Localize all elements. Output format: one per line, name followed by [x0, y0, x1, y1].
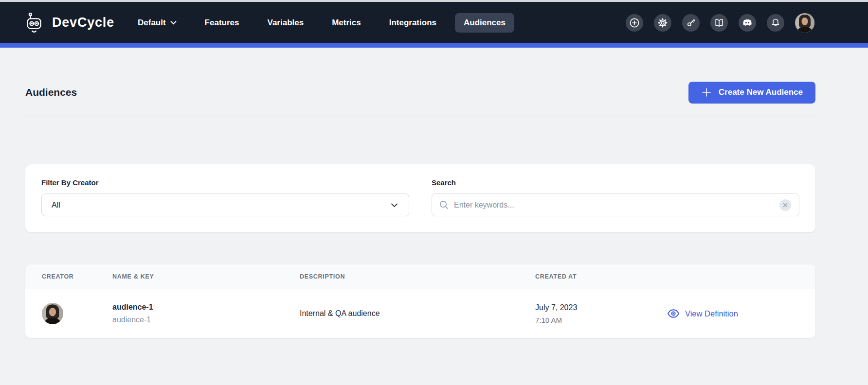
creator-filter-select[interactable]: All — [41, 193, 409, 216]
creator-avatar — [42, 303, 63, 324]
api-keys-button[interactable] — [682, 14, 700, 32]
created-at-cell: July 7, 2023 7:10 AM — [535, 303, 667, 324]
eye-icon — [667, 309, 680, 318]
create-new-audience-label: Create New Audience — [719, 88, 803, 97]
audiences-table: Creator Name & Key Description Created A… — [25, 264, 815, 338]
project-selector-dropdown[interactable]: Default — [138, 18, 177, 28]
create-new-audience-button[interactable]: Create New Audience — [688, 82, 815, 104]
page-header: Audiences Create New Audience — [25, 70, 815, 115]
create-new-button[interactable] — [626, 14, 643, 32]
view-definition-link[interactable]: View Definition — [667, 309, 815, 318]
audiences-page: Audiences Create New Audience Filter By … — [0, 70, 868, 338]
creator-filter-label: Filter By Creator — [41, 178, 409, 187]
creator-filter-field: Filter By Creator All — [41, 178, 409, 216]
book-icon — [714, 18, 724, 28]
nav-item-variables[interactable]: Variables — [267, 18, 304, 28]
column-header-description: Description — [300, 273, 535, 280]
filters-card: Filter By Creator All Search — [25, 164, 815, 232]
bell-icon — [770, 18, 781, 28]
description-cell: Internal & QA audience — [300, 309, 535, 318]
chevron-down-icon — [391, 203, 398, 208]
docs-button[interactable] — [710, 14, 728, 32]
view-definition-label: View Definition — [685, 309, 738, 318]
discord-icon — [742, 18, 753, 28]
nav-item-metrics[interactable]: Metrics — [332, 18, 361, 28]
brand-name: DevCycle — [52, 15, 114, 30]
table-row: audience-1 audience-1 Internal & QA audi… — [25, 289, 815, 338]
user-avatar[interactable] — [795, 13, 814, 33]
page-title: Audiences — [25, 87, 77, 98]
column-header-created-at: Created At — [535, 273, 667, 280]
nav-item-audiences-active[interactable]: Audiences — [455, 13, 514, 33]
chevron-down-icon — [170, 20, 177, 25]
primary-nav: Default Features Variables Metrics Integ… — [138, 13, 514, 33]
search-icon — [439, 200, 449, 210]
notifications-button[interactable] — [767, 14, 784, 32]
search-label: Search — [432, 178, 799, 187]
navbar-actions — [626, 13, 814, 33]
settings-button[interactable] — [654, 14, 671, 32]
plus-circle-icon — [629, 18, 640, 28]
gear-icon — [657, 18, 668, 28]
brand-logo[interactable]: DevCycle — [23, 11, 114, 35]
search-input[interactable] — [454, 201, 774, 210]
audience-name: audience-1 — [112, 303, 300, 312]
audience-key: audience-1 — [112, 315, 300, 324]
column-header-creator: Creator — [42, 273, 112, 280]
search-box — [432, 193, 799, 216]
top-navbar: DevCycle Default Features Variables Metr… — [0, 2, 868, 43]
header-divider — [25, 117, 815, 117]
clear-search-button[interactable] — [779, 199, 791, 211]
nav-item-integrations[interactable]: Integrations — [389, 18, 436, 28]
table-header-row: Creator Name & Key Description Created A… — [25, 264, 815, 289]
search-field: Search — [432, 178, 799, 216]
creator-filter-value: All — [52, 201, 60, 210]
devcycle-robot-icon — [23, 11, 46, 35]
discord-button[interactable] — [739, 14, 756, 32]
nav-item-features[interactable]: Features — [205, 18, 239, 28]
creator-cell — [42, 303, 112, 324]
accent-bar — [0, 43, 868, 48]
name-key-cell: audience-1 audience-1 — [112, 303, 300, 324]
created-time: 7:10 AM — [535, 316, 667, 324]
column-header-name-key: Name & Key — [112, 273, 300, 280]
key-icon — [686, 18, 696, 28]
plus-icon — [701, 87, 712, 98]
created-date: July 7, 2023 — [535, 303, 667, 312]
